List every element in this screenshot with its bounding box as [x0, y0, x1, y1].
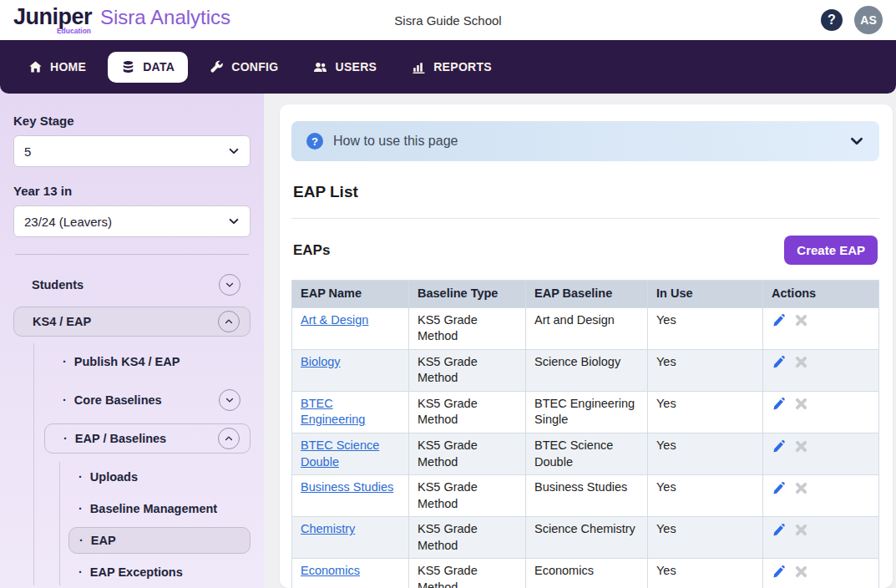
delete-x-icon[interactable] — [794, 355, 808, 369]
eap-name-link[interactable]: Chemistry — [301, 522, 355, 535]
chart-icon — [412, 60, 426, 74]
students-label: Students — [32, 278, 219, 291]
sidebar: Key Stage 5 Year 13 in 23/24 (Leavers) S… — [0, 85, 264, 588]
edit-pencil-icon[interactable] — [772, 439, 786, 454]
edit-pencil-icon[interactable] — [772, 355, 786, 369]
eap-name-cell: Chemistry — [292, 517, 409, 559]
nav-item-users[interactable]: USERS — [300, 52, 390, 83]
delete-x-icon[interactable] — [794, 481, 808, 495]
baseline-type-cell: KS5 Grade Method — [409, 475, 526, 517]
chevron-up-icon[interactable] — [218, 428, 240, 449]
baseline-type-cell: KS5 Grade Method — [409, 433, 526, 474]
actions-cell — [763, 559, 879, 588]
in-use-cell: Yes — [648, 559, 763, 588]
actions-cell — [763, 307, 879, 349]
edit-pencil-icon[interactable] — [772, 313, 786, 327]
key-stage-select[interactable]: 5 — [13, 135, 251, 167]
in-use-cell: Yes — [648, 349, 763, 391]
table-row: Business StudiesKS5 Grade MethodBusiness… — [292, 475, 879, 517]
sidebar-item-eap-exceptions[interactable]: · EAP Exceptions — [68, 559, 251, 585]
column-header: In Use — [648, 281, 763, 308]
how-to-banner[interactable]: ? How to use this page — [291, 121, 879, 161]
eap-baseline-cell: BTEC Engineering Single — [526, 391, 648, 433]
delete-x-icon[interactable] — [794, 313, 808, 327]
baseline-management-label: Baseline Management — [90, 502, 240, 515]
eap-baseline-cell: Economics — [526, 559, 648, 588]
actions-cell — [763, 433, 879, 474]
avatar[interactable]: AS — [854, 6, 883, 34]
eap-name-link[interactable]: Economics — [301, 564, 360, 577]
sidebar-item-uploads[interactable]: · Uploads — [68, 464, 251, 490]
bullet-icon: · — [63, 432, 68, 445]
sidebar-item-core-baselines[interactable]: · Core Baselines — [44, 385, 251, 415]
ks4-eap-label: KS4 / EAP — [33, 315, 218, 328]
product-name: Sisra Analytics — [100, 8, 230, 28]
sidebar-item-baseline-management[interactable]: · Baseline Management — [68, 495, 251, 522]
bullet-icon: · — [78, 470, 83, 484]
eap-name-cell: Art & Design — [292, 307, 409, 349]
baseline-type-cell: KS5 Grade Method — [409, 391, 526, 433]
body-layout: Key Stage 5 Year 13 in 23/24 (Leavers) S… — [0, 85, 896, 588]
chevron-up-icon[interactable] — [218, 311, 240, 332]
key-stage-value: 5 — [24, 144, 228, 159]
table-row: BTEC EngineeringKS5 Grade MethodBTEC Eng… — [292, 391, 879, 433]
eap-name-link[interactable]: BTEC Engineering — [301, 397, 365, 427]
in-use-cell: Yes — [648, 475, 763, 517]
nav-item-label: REPORTS — [433, 60, 492, 74]
bullet-icon: · — [63, 393, 67, 407]
eap-name-link[interactable]: Business Studies — [301, 480, 393, 494]
wrench-icon — [210, 60, 224, 74]
actions-cell — [763, 349, 879, 391]
help-icon[interactable]: ? — [821, 9, 843, 31]
core-baselines-label: Core Baselines — [74, 393, 219, 407]
chevron-down-icon[interactable] — [219, 389, 240, 411]
edit-pencil-icon[interactable] — [772, 523, 786, 537]
eap-table: EAP NameBaseline TypeEAP BaselineIn UseA… — [291, 280, 879, 588]
year-in-value: 23/24 (Leavers) — [24, 215, 228, 229]
eap-name-link[interactable]: Biology — [301, 355, 341, 368]
publish-label: Publish KS4 / EAP — [74, 355, 240, 368]
baseline-type-cell: KS5 Grade Method — [409, 349, 526, 391]
nav-item-data[interactable]: DATA — [108, 52, 188, 83]
nav-item-reports[interactable]: REPORTS — [398, 52, 505, 83]
delete-x-icon[interactable] — [794, 565, 808, 579]
eap-baseline-cell: BTEC Science Double — [526, 433, 648, 474]
column-header: EAP Baseline — [526, 281, 648, 308]
chevron-down-icon[interactable] — [219, 274, 240, 296]
eap-baseline-cell: Art and Design — [526, 307, 648, 349]
delete-x-icon[interactable] — [794, 439, 808, 454]
sidebar-divider — [15, 254, 249, 255]
sidebar-item-publish-ks4-eap[interactable]: · Publish KS4 / EAP — [44, 347, 251, 377]
baseline-type-cell: KS5 Grade Method — [409, 559, 526, 588]
eap-name-link[interactable]: BTEC Science Double — [301, 438, 379, 469]
table-row: BTEC Science DoubleKS5 Grade MethodBTEC … — [292, 433, 879, 474]
eap-name-cell: BTEC Engineering — [292, 391, 409, 433]
table-row: EconomicsKS5 Grade MethodEconomicsYes — [292, 559, 879, 588]
delete-x-icon[interactable] — [794, 397, 808, 411]
sidebar-item-students[interactable]: Students — [13, 270, 251, 300]
edit-pencil-icon[interactable] — [772, 565, 786, 579]
nav-item-label: CONFIG — [231, 60, 278, 74]
nav-item-label: HOME — [50, 60, 86, 74]
main-area: ? How to use this page EAP List EAPs Cre… — [264, 85, 896, 588]
year-in-select[interactable]: 23/24 (Leavers) — [13, 205, 251, 237]
table-row: Art & DesignKS5 Grade MethodArt and Desi… — [292, 307, 879, 349]
sidebar-item-eap-baselines[interactable]: · EAP / Baselines — [44, 423, 251, 454]
eap-name-cell: Business Studies — [292, 475, 409, 517]
eap-baseline-cell: Science Biology — [526, 349, 648, 391]
edit-pencil-icon[interactable] — [772, 397, 786, 411]
ks4-eap-children: · Publish KS4 / EAP · Core Baselines · E… — [33, 343, 251, 585]
delete-x-icon[interactable] — [794, 523, 808, 537]
sidebar-item-ks4-eap[interactable]: KS4 / EAP — [13, 307, 251, 337]
edit-pencil-icon[interactable] — [772, 481, 786, 495]
content-card: ? How to use this page EAP List EAPs Cre… — [280, 104, 893, 588]
eap-baseline-cell: Business Studies — [526, 475, 648, 517]
eap-name-link[interactable]: Art & Design — [301, 313, 368, 327]
sidebar-item-eap[interactable]: · EAP — [68, 527, 251, 554]
create-eap-button[interactable]: Create EAP — [784, 236, 878, 265]
nav-item-home[interactable]: HOME — [15, 52, 99, 83]
column-header: Baseline Type — [409, 281, 526, 308]
eap-table-head: EAP NameBaseline TypeEAP BaselineIn UseA… — [292, 281, 879, 308]
app-window: Sisra Guide School Juniper Education Sis… — [0, 0, 896, 588]
nav-item-config[interactable]: CONFIG — [196, 52, 291, 83]
